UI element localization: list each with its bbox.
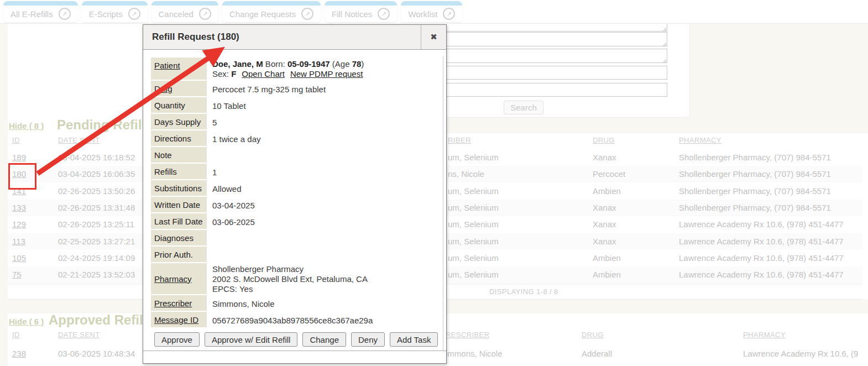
column-header-pharmacy[interactable]: PHARMACY [743,331,786,339]
cell-prescriber: um, Selenium [448,233,499,250]
detail-row-written-date: Written Date03-04-2025 [151,197,446,213]
cell-pharmacy: Shollenberger Pharmacy, (707) 984-5571 [679,200,831,216]
modal-title: Refill Request (180) [143,25,421,49]
patient-text: Born: [263,59,287,69]
column-header-id[interactable]: ID [12,136,20,144]
cell-date: 02-24-2025 19:14:09 [58,250,135,266]
pharmacy-line: EPCS: Yes [212,284,441,294]
cell-id[interactable]: 180 [12,166,26,182]
detail-label-text: Prescriber [154,298,192,309]
cell-drug: Ambien [593,266,621,283]
patient-text: 78 [352,59,362,69]
open-in-new-icon: ↗ [301,8,313,20]
cell-id[interactable]: 189 [12,149,26,166]
detail-label-text: Drug [154,83,172,94]
detail-label-text: Last Fill Date [154,216,203,227]
cell-drug: Xanax [593,200,616,216]
column-header-drug[interactable]: DRUG [593,136,615,144]
column-header-pharmacy[interactable]: PHARMACY [679,136,721,144]
detail-label-drug[interactable]: Drug [151,81,207,97]
tab-worklist[interactable]: Worklist↗ [401,1,462,22]
tab-change-requests[interactable]: Change Requests↗ [222,1,321,22]
detail-value-prescriber: Simmons, Nicole [207,296,446,312]
cell-id[interactable]: 75 [12,266,22,283]
cell-id[interactable]: 113 [12,233,25,250]
add-task-button[interactable]: Add Task [390,332,438,347]
detail-row-pharmacy: PharmacyShollenberger Pharmacy2002 S. Mc… [151,263,446,295]
search-button[interactable]: Search [504,101,543,114]
modal-header: Refill Request (180) ✖ [143,25,446,50]
patient-line-1: Doe, Jane, M Born: 05-09-1947 (Age 78) [212,59,441,69]
cell-prescriber: um, Selenium [448,183,499,200]
column-header-date-sent[interactable]: DATE SENT [58,136,100,144]
detail-label-text: Days Supply [154,117,201,127]
cell-date: 02-26-2025 13:25:11 [58,216,134,233]
detail-value-patient: Doe, Jane, M Born: 05-09-1947 (Age 78)Se… [207,57,446,81]
detail-row-note: Note [151,147,446,164]
change-button[interactable]: Change [302,332,346,347]
column-header-drug[interactable]: DRUG [582,331,604,339]
detail-row-message-id: Message ID056727689a9043ab8978556ce8c367… [151,312,446,328]
detail-row-substitutions: SubstitutionsAllowed [151,180,446,197]
cell-id[interactable]: 238 [12,345,26,363]
cell-date: 03-04-2025 16:18:52 [58,149,135,166]
modal-action-buttons: ApproveApprove w/ Edit RefillChangeDenyA… [154,332,446,347]
cell-drug: Xanax [593,233,616,250]
cell-id[interactable]: 105 [12,250,26,266]
tab-canceled[interactable]: Canceled↗ [151,1,218,22]
detail-label-text: Substitutions [154,183,202,194]
column-header-id[interactable]: ID [12,331,20,339]
cell-date: 03-06-2025 10:48:34 [58,345,135,363]
detail-label-refills: Refills [151,164,207,180]
detail-value-written-date: 03-04-2025 [207,197,446,213]
detail-label-days-supply: Days Supply [151,114,207,130]
detail-label-last-fill-date: Last Fill Date [151,213,207,230]
patient-text: 05-09-1947 [287,59,330,69]
detail-label-written-date: Written Date [151,197,207,213]
tab-e-scripts[interactable]: E-Scripts↗ [82,1,148,22]
column-header-riber[interactable]: RIBER [448,136,471,144]
modal-divider [443,56,443,351]
detail-row-patient: PatientDoe, Jane, M Born: 05-09-1947 (Ag… [151,57,446,81]
open-in-new-icon: ↗ [128,8,140,20]
detail-row-diagnoses: Diagnoses [151,230,446,247]
detail-value-drug: Percocet 7.5 mg-325 mg tablet [207,81,446,97]
approved-hide-link[interactable]: Hide ( 6 ) [9,317,44,326]
detail-value-pharmacy: Shollenberger Pharmacy2002 S. McDowell B… [207,263,446,295]
approve-button[interactable]: Approve [154,332,200,347]
cell-id[interactable]: 141 [12,183,26,200]
detail-label-message-id[interactable]: Message ID [151,312,207,328]
detail-label-prescriber[interactable]: Prescriber [151,295,207,312]
pending-hide-link[interactable]: Hide ( 8 ) [9,121,44,130]
open-chart-link[interactable]: Open Chart [242,69,285,79]
detail-label-text: Written Date [154,200,200,210]
detail-value-last-fill-date: 03-06-2025 [207,214,446,230]
detail-label-pharmacy[interactable]: Pharmacy [151,263,207,295]
detail-value-diagnoses [207,236,446,241]
close-icon[interactable]: ✖ [421,25,446,49]
right-background [690,24,868,129]
cell-pharmacy: Shollenberger Pharmacy, (707) 984-5571 [679,149,831,166]
detail-label-diagnoses: Diagnoses [151,230,207,247]
detail-label-patient[interactable]: Patient [151,57,207,81]
cell-pharmacy: Lawrence Academy Rx 10.6, (9 [743,345,858,363]
detail-value-quantity: 10 Tablet [207,98,446,114]
tab-label: Fill Notices [332,9,372,19]
approved-section-title: Approved Refill [49,312,147,328]
cell-id[interactable]: 133 [12,200,26,216]
cell-id[interactable]: 129 [12,216,26,233]
refill-request-modal: Refill Request (180) ✖ PatientDoe, Jane,… [143,24,447,364]
detail-value-substitutions: Allowed [207,181,446,197]
cell-prescriber: immons, Nicole [446,345,503,363]
column-header-date-sent[interactable]: DATE SENT [58,331,100,339]
tab-label: Worklist [408,9,437,19]
detail-row-quantity: Quantity10 Tablet [151,97,446,114]
detail-label-quantity: Quantity [151,97,207,114]
deny-button[interactable]: Deny [351,332,385,347]
tab-all-e-refills[interactable]: All E-Refills↗ [3,1,78,22]
new-pdmp-request-link[interactable]: New PDMP request [290,69,363,79]
tab-fill-notices[interactable]: Fill Notices↗ [325,1,397,22]
pharmacy-line: 2002 S. McDowell Blvd Ext, Petaluma, CA [212,274,441,284]
column-header-rescriber[interactable]: RESCRIBER [446,331,489,339]
approve-w-edit-refill-button[interactable]: Approve w/ Edit Refill [205,332,298,347]
